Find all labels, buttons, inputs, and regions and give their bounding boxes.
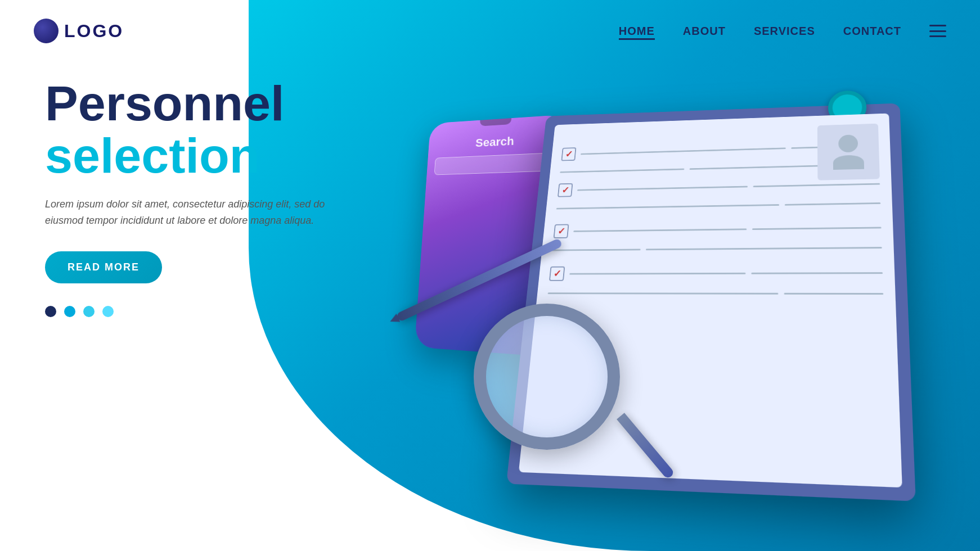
- nav-item-home[interactable]: HOME: [619, 25, 655, 38]
- form-line-8: [548, 292, 779, 294]
- form-row-5: [554, 220, 882, 238]
- illustration-area: Search: [305, 56, 980, 540]
- form-row-8: [548, 292, 884, 295]
- form-row-4: [556, 202, 880, 209]
- hero-description: Lorem ipsum dolor sit amet, consectetur …: [45, 196, 326, 229]
- form-line-5b: [752, 227, 882, 230]
- magnifier-glass: [474, 304, 620, 450]
- checkbox-4: [549, 267, 565, 281]
- profile-head-icon: [838, 134, 858, 152]
- dot-2[interactable]: [64, 306, 75, 317]
- dot-1[interactable]: [45, 306, 56, 317]
- magnifier-illustration: [462, 304, 654, 495]
- form-line-3b: [753, 183, 880, 187]
- dot-3[interactable]: [83, 306, 95, 317]
- header: LOGO HOME ABOUT SERVICES CONTACT: [0, 0, 980, 62]
- form-line-1: [581, 147, 786, 155]
- form-row-6: [552, 247, 882, 251]
- nav-item-about[interactable]: ABOUT: [683, 25, 726, 38]
- phone-search-bar: [434, 152, 558, 175]
- form-line-7: [569, 272, 745, 274]
- form-line-8b: [784, 293, 883, 295]
- nav-item-contact[interactable]: CONTACT: [843, 25, 901, 38]
- logo-area: LOGO: [34, 19, 124, 43]
- navigation: HOME ABOUT SERVICES CONTACT: [619, 25, 946, 38]
- profile-body-icon: [833, 155, 864, 170]
- form-line-6a: [552, 249, 640, 251]
- checkbox-3: [554, 224, 569, 238]
- form-line-2a: [560, 169, 684, 173]
- profile-photo-area: [817, 124, 880, 180]
- hamburger-menu-icon[interactable]: [929, 25, 946, 37]
- form-line-4b: [785, 202, 880, 206]
- pagination-dots: [45, 306, 326, 317]
- logo-text: LOGO: [64, 21, 124, 42]
- checkbox-1: [561, 147, 576, 161]
- hero-title-selection: selection: [45, 131, 326, 180]
- form-line-5: [573, 228, 747, 232]
- read-more-button[interactable]: READ MORE: [45, 251, 162, 283]
- phone-search-label: Search: [435, 132, 558, 152]
- hero-content: Personnel selection Lorem ipsum dolor si…: [45, 79, 326, 317]
- checkbox-2: [558, 183, 573, 197]
- form-line-7b: [751, 272, 883, 274]
- form-line-3: [577, 186, 748, 191]
- form-row-7: [549, 265, 883, 281]
- dot-4[interactable]: [102, 306, 114, 317]
- nav-item-services[interactable]: SERVICES: [754, 25, 815, 38]
- form-line-4: [556, 204, 780, 209]
- hero-title-personnel: Personnel: [45, 79, 326, 128]
- form-line-6: [646, 247, 882, 250]
- logo-icon: [34, 19, 59, 43]
